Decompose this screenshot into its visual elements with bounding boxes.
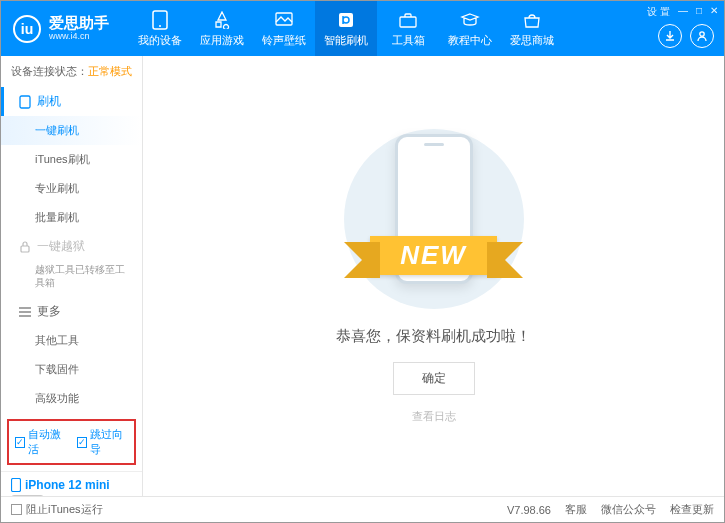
app-title: 爱思助手 (49, 15, 109, 32)
svg-point-5 (700, 32, 704, 36)
app-url: www.i4.cn (49, 32, 109, 42)
flash-icon (336, 10, 356, 30)
main-content: NEW 恭喜您，保资料刷机成功啦！ 确定 查看日志 (143, 56, 724, 496)
device-icon (11, 478, 21, 492)
device-panel[interactable]: iPhone 12 mini 64GB Down-12mini-13,1 (1, 471, 142, 496)
phone-icon (150, 10, 170, 30)
svg-point-1 (159, 25, 161, 27)
menu-icon (19, 307, 31, 317)
toolbox-icon (398, 10, 418, 30)
wallpaper-icon (274, 10, 294, 30)
nav-tutorial[interactable]: 教程中心 (439, 1, 501, 56)
app-window: iu 爱思助手 www.i4.cn 我的设备 应用游戏 铃声壁纸 智能刷机 工具… (0, 0, 725, 523)
connection-status: 设备连接状态：正常模式 (1, 56, 142, 87)
svg-rect-7 (21, 246, 29, 252)
sidebar-item-download-fw[interactable]: 下载固件 (1, 355, 142, 384)
nav-my-device[interactable]: 我的设备 (129, 1, 191, 56)
service-link[interactable]: 客服 (565, 502, 587, 517)
main-nav: 我的设备 应用游戏 铃声壁纸 智能刷机 工具箱 教程中心 爱思商城 (129, 1, 563, 56)
version-label: V7.98.66 (507, 504, 551, 516)
sidebar-item-pro-flash[interactable]: 专业刷机 (1, 174, 142, 203)
section-flash[interactable]: 刷机 (1, 87, 142, 116)
footer: 阻止iTunes运行 V7.98.66 客服 微信公众号 检查更新 (1, 496, 724, 522)
checkbox-auto-activate[interactable]: ✓自动激活 (15, 427, 67, 457)
checkbox-block-itunes[interactable] (11, 504, 22, 515)
minimize-icon[interactable]: — (678, 5, 688, 19)
sidebar-item-other-tools[interactable]: 其他工具 (1, 326, 142, 355)
jailbreak-note: 越狱工具已转移至工具箱 (1, 261, 142, 297)
nav-ringtones[interactable]: 铃声壁纸 (253, 1, 315, 56)
svg-rect-3 (339, 13, 353, 27)
ok-button[interactable]: 确定 (393, 362, 475, 395)
logo-icon: iu (13, 15, 41, 43)
options-highlighted: ✓自动激活 ✓跳过向导 (7, 419, 136, 465)
window-controls: 设 置 — □ ✕ (647, 5, 718, 19)
close-icon[interactable]: ✕ (710, 5, 718, 19)
maximize-icon[interactable]: □ (696, 5, 702, 19)
sidebar-item-advanced[interactable]: 高级功能 (1, 384, 142, 413)
section-jailbreak: 一键越狱 (1, 232, 142, 261)
success-illustration: NEW (344, 129, 524, 309)
user-icon[interactable] (690, 24, 714, 48)
block-itunes-label: 阻止iTunes运行 (26, 502, 103, 517)
device-name: iPhone 12 mini (25, 478, 110, 492)
section-more[interactable]: 更多 (1, 297, 142, 326)
logo: iu 爱思助手 www.i4.cn (1, 15, 121, 43)
nav-flash[interactable]: 智能刷机 (315, 1, 377, 56)
view-log-link[interactable]: 查看日志 (412, 409, 456, 424)
settings-link[interactable]: 设 置 (647, 5, 670, 19)
tutorial-icon (460, 10, 480, 30)
lock-icon (19, 241, 31, 253)
svg-rect-4 (400, 17, 416, 27)
wechat-link[interactable]: 微信公众号 (601, 502, 656, 517)
checkbox-skip-guide[interactable]: ✓跳过向导 (77, 427, 129, 457)
nav-store[interactable]: 爱思商城 (501, 1, 563, 56)
sidebar-item-itunes-flash[interactable]: iTunes刷机 (1, 145, 142, 174)
titlebar: iu 爱思助手 www.i4.cn 我的设备 应用游戏 铃声壁纸 智能刷机 工具… (1, 1, 724, 56)
nav-apps[interactable]: 应用游戏 (191, 1, 253, 56)
apps-icon (212, 10, 232, 30)
sidebar-item-oneclick-flash[interactable]: 一键刷机 (1, 116, 142, 145)
store-icon (522, 10, 542, 30)
new-ribbon: NEW (370, 236, 497, 275)
phone-small-icon (19, 95, 31, 109)
download-icon[interactable] (658, 24, 682, 48)
svg-rect-8 (12, 479, 21, 492)
sidebar-item-batch-flash[interactable]: 批量刷机 (1, 203, 142, 232)
sidebar: 设备连接状态：正常模式 刷机 一键刷机 iTunes刷机 专业刷机 批量刷机 一… (1, 56, 143, 496)
svg-rect-6 (20, 96, 30, 108)
nav-toolbox[interactable]: 工具箱 (377, 1, 439, 56)
update-link[interactable]: 检查更新 (670, 502, 714, 517)
success-message: 恭喜您，保资料刷机成功啦！ (336, 327, 531, 346)
